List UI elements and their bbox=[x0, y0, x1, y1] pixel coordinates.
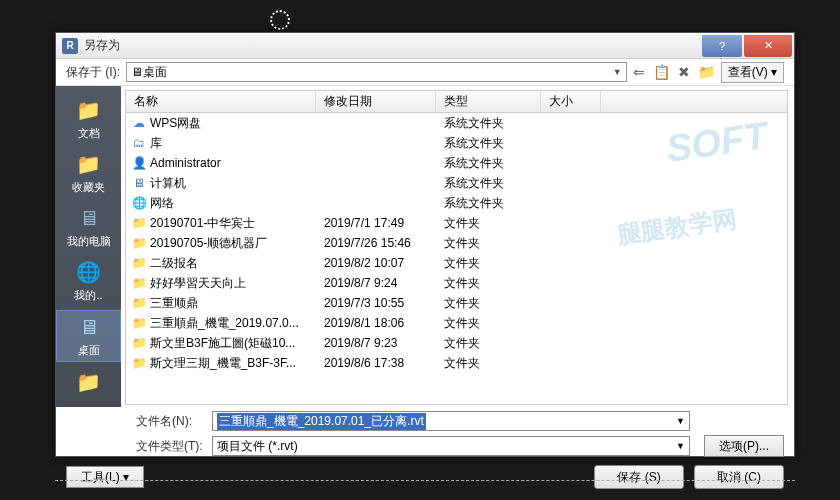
column-headers[interactable]: 名称 修改日期 类型 大小 bbox=[126, 91, 787, 113]
options-button[interactable]: 选项(P)... bbox=[704, 435, 784, 457]
view-button[interactable]: 查看(V) ▾ bbox=[721, 62, 784, 83]
computer-icon: 🖥 bbox=[74, 205, 104, 231]
sidebar-item-desktop[interactable]: 🖥桌面 bbox=[56, 310, 121, 362]
sidebar-item-network[interactable]: 🌐我的.. bbox=[56, 256, 121, 306]
file-icon: 📁 bbox=[132, 236, 146, 250]
file-name: 20190705-顺德机器厂 bbox=[150, 235, 267, 252]
file-row[interactable]: ☁WPS网盘系统文件夹 bbox=[126, 113, 787, 133]
file-icon: 🖥 bbox=[132, 176, 146, 190]
file-type: 文件夹 bbox=[436, 315, 541, 332]
filetype-label: 文件类型(T): bbox=[136, 438, 206, 455]
file-icon: 🗂 bbox=[132, 136, 146, 150]
file-name: 斯文里B3F施工圖(矩磁10... bbox=[150, 335, 295, 352]
monitor-icon: 🖥 bbox=[74, 314, 104, 340]
file-type: 文件夹 bbox=[436, 215, 541, 232]
file-type: 系统文件夹 bbox=[436, 135, 541, 152]
title-bar[interactable]: R 另存为 ? ✕ bbox=[56, 33, 794, 59]
chevron-down-icon[interactable]: ▼ bbox=[676, 441, 685, 451]
file-row[interactable]: 📁二级报名2019/8/2 10:07文件夹 bbox=[126, 253, 787, 273]
file-type: 系统文件夹 bbox=[436, 175, 541, 192]
col-name[interactable]: 名称 bbox=[126, 91, 316, 112]
folder-star-icon: 📁 bbox=[74, 151, 104, 177]
col-type[interactable]: 类型 bbox=[436, 91, 541, 112]
file-name: Administrator bbox=[150, 156, 221, 170]
save-in-label: 保存于 (I): bbox=[66, 64, 120, 81]
close-button[interactable]: ✕ bbox=[744, 35, 792, 57]
file-type: 文件夹 bbox=[436, 355, 541, 372]
file-name: 计算机 bbox=[150, 175, 186, 192]
file-icon: 📁 bbox=[132, 276, 146, 290]
location-value: 桌面 bbox=[143, 64, 167, 81]
new-folder-icon[interactable]: 📁 bbox=[698, 64, 715, 80]
file-type: 系统文件夹 bbox=[436, 115, 541, 132]
app-icon: R bbox=[62, 38, 78, 54]
file-type: 系统文件夹 bbox=[436, 155, 541, 172]
file-date: 2019/8/7 9:24 bbox=[316, 276, 436, 290]
file-row[interactable]: 📁三重順鼎_機電_2019.07.0...2019/8/1 18:06文件夹 bbox=[126, 313, 787, 333]
file-date: 2019/8/7 9:23 bbox=[316, 336, 436, 350]
col-date[interactable]: 修改日期 bbox=[316, 91, 436, 112]
file-icon: 👤 bbox=[132, 156, 146, 170]
file-name: 20190701-中华宾士 bbox=[150, 215, 255, 232]
file-row[interactable]: 📁斯文里B3F施工圖(矩磁10...2019/8/7 9:23文件夹 bbox=[126, 333, 787, 353]
file-date: 2019/7/1 17:49 bbox=[316, 216, 436, 230]
file-name: 三重順鼎_機電_2019.07.0... bbox=[150, 315, 299, 332]
filename-input[interactable]: 三重順鼎_機電_2019.07.01_已分离.rvt ▼ bbox=[212, 411, 690, 431]
file-type: 文件夹 bbox=[436, 275, 541, 292]
file-name: WPS网盘 bbox=[150, 115, 201, 132]
file-row[interactable]: 🖥计算机系统文件夹 bbox=[126, 173, 787, 193]
up-icon[interactable]: 📋 bbox=[653, 64, 670, 80]
col-size[interactable]: 大小 bbox=[541, 91, 601, 112]
cancel-button[interactable]: 取消 (C) bbox=[694, 465, 784, 489]
file-row[interactable]: 🌐网络系统文件夹 bbox=[126, 193, 787, 213]
file-icon: 📁 bbox=[132, 216, 146, 230]
filetype-dropdown[interactable]: 项目文件 (*.rvt) ▼ bbox=[212, 436, 690, 456]
file-type: 文件夹 bbox=[436, 255, 541, 272]
file-name: 库 bbox=[150, 135, 162, 152]
filename-value: 三重順鼎_機電_2019.07.01_已分离.rvt bbox=[217, 413, 426, 430]
folder-icon: 📁 bbox=[74, 97, 104, 123]
file-date: 2019/8/1 18:06 bbox=[316, 316, 436, 330]
file-row[interactable]: 👤Administrator系统文件夹 bbox=[126, 153, 787, 173]
places-sidebar: 📁文档 📁收藏夹 🖥我的电脑 🌐我的.. 🖥桌面 📁 bbox=[56, 86, 121, 407]
chevron-down-icon[interactable]: ▼ bbox=[676, 416, 685, 426]
ruler-decoration bbox=[55, 480, 795, 482]
file-name: 好好學習天天向上 bbox=[150, 275, 246, 292]
help-button[interactable]: ? bbox=[702, 35, 742, 57]
tools-button[interactable]: 工具(L) ▾ bbox=[66, 466, 144, 488]
file-icon: 📁 bbox=[132, 316, 146, 330]
sidebar-item-documents[interactable]: 📁文档 bbox=[56, 94, 121, 144]
file-row[interactable]: 🗂库系统文件夹 bbox=[126, 133, 787, 153]
sidebar-item-computer[interactable]: 🖥我的电脑 bbox=[56, 202, 121, 252]
file-type: 文件夹 bbox=[436, 235, 541, 252]
chevron-down-icon: ▼ bbox=[613, 67, 622, 77]
file-row[interactable]: 📁20190705-顺德机器厂2019/7/26 15:46文件夹 bbox=[126, 233, 787, 253]
filetype-value: 项目文件 (*.rvt) bbox=[217, 438, 298, 455]
location-dropdown[interactable]: 🖥 桌面 ▼ bbox=[126, 62, 627, 82]
save-as-dialog: R 另存为 ? ✕ 保存于 (I): 🖥 桌面 ▼ ⇐ 📋 ✖ 📁 查看(V) … bbox=[55, 32, 795, 457]
file-type: 系统文件夹 bbox=[436, 195, 541, 212]
file-icon: 📁 bbox=[132, 256, 146, 270]
network-icon: 🌐 bbox=[74, 259, 104, 285]
file-name: 三重顺鼎 bbox=[150, 295, 198, 312]
dialog-title: 另存为 bbox=[84, 37, 702, 54]
file-date: 2019/7/3 10:55 bbox=[316, 296, 436, 310]
file-list-panel: SOFT 腿腿教学网 名称 修改日期 类型 大小 ☁WPS网盘系统文件夹🗂库系统… bbox=[125, 90, 788, 405]
save-button[interactable]: 保存 (S) bbox=[594, 465, 684, 489]
back-icon[interactable]: ⇐ bbox=[633, 64, 645, 80]
sidebar-item-extra[interactable]: 📁 bbox=[56, 366, 121, 398]
file-row[interactable]: 📁斯文理三期_機電_B3F-3F...2019/8/6 17:38文件夹 bbox=[126, 353, 787, 373]
location-toolbar: 保存于 (I): 🖥 桌面 ▼ ⇐ 📋 ✖ 📁 查看(V) ▾ bbox=[56, 59, 794, 85]
file-row[interactable]: 📁三重顺鼎2019/7/3 10:55文件夹 bbox=[126, 293, 787, 313]
file-name: 二级报名 bbox=[150, 255, 198, 272]
file-type: 文件夹 bbox=[436, 335, 541, 352]
delete-icon[interactable]: ✖ bbox=[678, 64, 690, 80]
monitor-icon: 🖥 bbox=[131, 65, 143, 79]
file-row[interactable]: 📁20190701-中华宾士2019/7/1 17:49文件夹 bbox=[126, 213, 787, 233]
folder-icon: 📁 bbox=[74, 369, 104, 395]
sidebar-item-favorites[interactable]: 📁收藏夹 bbox=[56, 148, 121, 198]
file-row[interactable]: 📁好好學習天天向上2019/8/7 9:24文件夹 bbox=[126, 273, 787, 293]
file-list[interactable]: ☁WPS网盘系统文件夹🗂库系统文件夹👤Administrator系统文件夹🖥计算… bbox=[126, 113, 787, 404]
file-type: 文件夹 bbox=[436, 295, 541, 312]
file-name: 网络 bbox=[150, 195, 174, 212]
